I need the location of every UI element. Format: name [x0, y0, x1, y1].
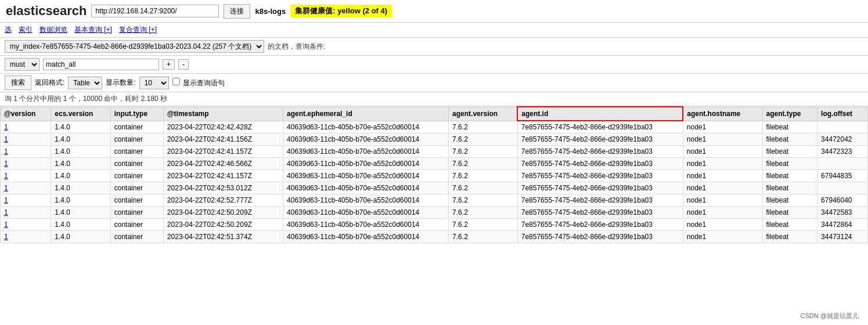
table-cell[interactable]: 1: [1, 219, 51, 231]
table-cell: filebeat: [762, 182, 817, 194]
table-cell[interactable]: 1: [1, 170, 51, 182]
col-agent-version[interactable]: agent.version: [449, 107, 518, 121]
table-cell: 7e857655-7475-4eb2-866e-d2939fe1ba03: [517, 219, 683, 231]
table-cell: 7.6.2: [449, 194, 518, 207]
table-cell: node1: [683, 182, 762, 194]
count-label: 显示数量:: [106, 78, 135, 88]
stats-bar: 询 1 个分片中用的 1 个，10000 命中，耗时 2.180 秒: [0, 92, 868, 106]
col-ecs-version[interactable]: ecs.version: [51, 107, 110, 121]
nav-item-index[interactable]: 索引: [19, 25, 33, 35]
col-timestamp[interactable]: @timestamp: [163, 107, 283, 121]
table-cell[interactable]: 1: [1, 194, 51, 207]
nav-item-complex-query[interactable]: 复合查询 [+]: [119, 25, 157, 35]
col-agent-id[interactable]: agent.id: [517, 107, 683, 121]
table-cell: 7.6.2: [449, 170, 518, 182]
table-row: 11.4.0container2023-04-22T02:42:52.777Z4…: [1, 194, 868, 207]
nav-item-basic-query[interactable]: 基本查询 [+]: [74, 25, 112, 35]
table-cell: 1.4.0: [51, 207, 110, 219]
table-cell[interactable]: 1: [1, 207, 51, 219]
results-bar: 搜索 返回格式: Table 显示数量: 10 20 50 100 显示查询语句: [0, 74, 868, 92]
table-cell: filebeat: [762, 146, 817, 158]
table-cell: 40639d63-11cb-405b-b70e-a552c0d60014: [283, 170, 449, 182]
table-cell: node1: [683, 194, 762, 207]
index-desc: 的文档，查询条件:: [268, 42, 325, 52]
table-cell: node1: [683, 170, 762, 182]
table-cell[interactable]: 1: [1, 133, 51, 146]
table-body: 11.4.0container2023-04-22T02:42:42.428Z4…: [1, 121, 868, 243]
table-cell[interactable]: 1: [1, 231, 51, 243]
table-cell: 40639d63-11cb-405b-b70e-a552c0d60014: [283, 219, 449, 231]
index-select[interactable]: my_index-7e857655-7475-4eb2-866e-d2939fe…: [5, 40, 264, 53]
table-wrapper: @version ecs.version input.type @timesta…: [0, 106, 868, 243]
url-input[interactable]: [91, 5, 219, 17]
table-cell: 7.6.2: [449, 207, 518, 219]
table-cell: 34472323: [817, 146, 868, 158]
table-cell: node1: [683, 219, 762, 231]
search-button[interactable]: 搜索: [5, 75, 31, 90]
table-cell: container: [110, 231, 163, 243]
table-cell: 40639d63-11cb-405b-b70e-a552c0d60014: [283, 133, 449, 146]
table-cell: container: [110, 121, 163, 133]
query-input[interactable]: [43, 59, 159, 70]
table-header: @version ecs.version input.type @timesta…: [1, 107, 868, 121]
table-cell: 34472864: [817, 219, 868, 231]
table-cell: 7e857655-7475-4eb2-866e-d2939fe1ba03: [517, 121, 683, 133]
nav-item-select[interactable]: 选: [5, 25, 12, 35]
col-version[interactable]: @version: [1, 107, 51, 121]
table-cell: filebeat: [762, 121, 817, 133]
data-table: @version ecs.version input.type @timesta…: [0, 106, 868, 243]
remove-condition-button[interactable]: -: [178, 59, 189, 70]
table-row: 11.4.0container2023-04-22T02:42:51.374Z4…: [1, 231, 868, 243]
table-cell: filebeat: [762, 133, 817, 146]
table-cell[interactable]: 1: [1, 146, 51, 158]
search-type-select[interactable]: must: [5, 58, 39, 71]
table-cell: 2023-04-22T02:42:50.209Z: [163, 207, 283, 219]
col-ephemeral-id[interactable]: agent.ephemeral_id: [283, 107, 449, 121]
table-cell: 2023-04-22T02:42:41.157Z: [163, 170, 283, 182]
col-agent-type[interactable]: agent.type: [762, 107, 817, 121]
table-cell: 2023-04-22T02:42:51.374Z: [163, 231, 283, 243]
table-cell: 7e857655-7475-4eb2-866e-d2939fe1ba03: [517, 170, 683, 182]
table-cell: filebeat: [762, 158, 817, 170]
header-bar: elasticsearch 连接 k8s-logs 集群健康值: yellow …: [0, 0, 868, 23]
table-cell: 7.6.2: [449, 146, 518, 158]
table-cell: 7.6.2: [449, 182, 518, 194]
col-input-type[interactable]: input.type: [110, 107, 163, 121]
table-cell: node1: [683, 133, 762, 146]
format-select[interactable]: Table: [68, 77, 102, 89]
nav-bar: 选 索引 数据浏览 基本查询 [+] 复合查询 [+]: [0, 23, 868, 38]
stats-text: 询 1 个分片中用的 1 个，10000 命中，耗时 2.180 秒: [5, 95, 167, 103]
table-row: 11.4.0container2023-04-22T02:42:41.157Z4…: [1, 170, 868, 182]
table-cell[interactable]: 1: [1, 121, 51, 133]
connect-button[interactable]: 连接: [224, 4, 250, 19]
table-cell: container: [110, 219, 163, 231]
table-cell: 7e857655-7475-4eb2-866e-d2939fe1ba03: [517, 133, 683, 146]
table-cell: 34472583: [817, 207, 868, 219]
count-select[interactable]: 10 20 50 100: [139, 77, 169, 89]
show-query-label[interactable]: 显示查询语句: [172, 78, 225, 88]
format-label: 返回格式:: [35, 78, 64, 88]
table-cell: container: [110, 182, 163, 194]
table-cell[interactable]: 1: [1, 158, 51, 170]
nav-item-browse[interactable]: 数据浏览: [39, 25, 67, 35]
index-bar: my_index-7e857655-7475-4eb2-866e-d2939fe…: [0, 38, 868, 56]
table-cell: container: [110, 158, 163, 170]
col-hostname[interactable]: agent.hostname: [683, 107, 762, 121]
table-cell: 40639d63-11cb-405b-b70e-a552c0d60014: [283, 207, 449, 219]
table-cell: 40639d63-11cb-405b-b70e-a552c0d60014: [283, 121, 449, 133]
table-cell: 7e857655-7475-4eb2-866e-d2939fe1ba03: [517, 231, 683, 243]
table-cell: 7e857655-7475-4eb2-866e-d2939fe1ba03: [517, 158, 683, 170]
show-query-checkbox[interactable]: [172, 78, 180, 85]
table-cell: 7.6.2: [449, 231, 518, 243]
table-row: 11.4.0container2023-04-22T02:42:53.012Z4…: [1, 182, 868, 194]
table-cell: 7.6.2: [449, 158, 518, 170]
add-condition-button[interactable]: +: [163, 59, 175, 70]
table-row: 11.4.0container2023-04-22T02:42:46.566Z4…: [1, 158, 868, 170]
table-cell: 2023-04-22T02:42:52.777Z: [163, 194, 283, 207]
table-cell: 1.4.0: [51, 121, 110, 133]
index-name: k8s-logs: [255, 7, 286, 16]
table-cell[interactable]: 1: [1, 182, 51, 194]
table-cell: node1: [683, 207, 762, 219]
col-log-offset[interactable]: log.offset: [817, 107, 868, 121]
table-cell: 40639d63-11cb-405b-b70e-a552c0d60014: [283, 194, 449, 207]
